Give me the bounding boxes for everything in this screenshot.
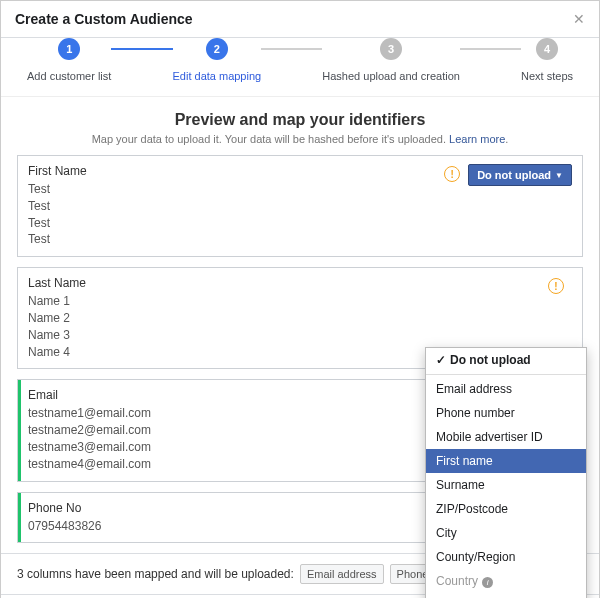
step-1-circle: 1 (58, 38, 80, 60)
dropdown-item-email[interactable]: Email address (426, 377, 586, 401)
card-content: First Name Test Test Test Test (18, 156, 434, 256)
close-icon[interactable]: ✕ (573, 11, 585, 27)
section-title: Preview and map your identifiers (17, 111, 583, 129)
modal-header: Create a Custom Audience ✕ (1, 1, 599, 38)
sample-value: Name 3 (28, 327, 528, 344)
dropdown-item-do-not-upload[interactable]: Do not upload (426, 348, 586, 372)
section-subtitle: Map your data to upload it. Your data wi… (17, 133, 583, 145)
connector-1-2 (111, 48, 172, 50)
stepper: 1 Add customer list 2 Edit data mapping … (1, 38, 599, 97)
connector-3-4 (460, 48, 521, 50)
learn-more-link[interactable]: Learn more (449, 133, 505, 145)
dropdown-item-dob[interactable]: Date of birth (426, 593, 586, 598)
summary-text: 3 columns have been mapped and will be u… (17, 567, 294, 581)
sample-value: Test (28, 231, 424, 248)
modal: Create a Custom Audience ✕ 1 Add custome… (0, 0, 600, 598)
step-1-label: Add customer list (27, 70, 111, 82)
step-2-label: Edit data mapping (173, 70, 262, 82)
warning-icon: ! (444, 166, 460, 182)
step-4: 4 Next steps (521, 38, 573, 82)
step-4-circle: 4 (536, 38, 558, 60)
step-3-circle: 3 (380, 38, 402, 60)
step-4-label: Next steps (521, 70, 573, 82)
mapping-dropdown-button[interactable]: Do not upload ▼ (468, 164, 572, 186)
summary-chip-email: Email address (300, 564, 384, 584)
modal-title: Create a Custom Audience (15, 11, 193, 27)
card-actions: ! Do not upload ▼ (434, 156, 582, 256)
step-1[interactable]: 1 Add customer list (27, 38, 111, 82)
dropdown-item-first-name[interactable]: First name (426, 449, 586, 473)
sample-value: Name 2 (28, 310, 528, 327)
connector-2-3 (261, 48, 322, 50)
dropdown-item-country: Countryi (426, 569, 586, 593)
column-name: Last Name (28, 276, 528, 290)
dropdown-item-mobile-advertiser-id[interactable]: Mobile advertiser ID (426, 425, 586, 449)
mapping-dropdown-menu[interactable]: Do not upload Email address Phone number… (425, 347, 587, 598)
step-2[interactable]: 2 Edit data mapping (173, 38, 262, 82)
match-stripe (18, 493, 21, 543)
step-3: 3 Hashed upload and creation (322, 38, 460, 82)
section-heading: Preview and map your identifiers Map you… (1, 97, 599, 155)
dropdown-item-zip[interactable]: ZIP/Postcode (426, 497, 586, 521)
chevron-down-icon: ▼ (555, 171, 563, 180)
warning-icon: ! (548, 278, 564, 294)
dropdown-item-county[interactable]: County/Region (426, 545, 586, 569)
step-2-circle: 2 (206, 38, 228, 60)
mapping-body: First Name Test Test Test Test ! Do not … (1, 155, 599, 543)
match-stripe (18, 380, 21, 480)
info-icon: i (482, 577, 493, 588)
dropdown-divider (426, 374, 586, 375)
dropdown-item-phone[interactable]: Phone number (426, 401, 586, 425)
sample-value: Test (28, 215, 424, 232)
sample-value: Name 1 (28, 293, 528, 310)
mapping-card-first-name: First Name Test Test Test Test ! Do not … (17, 155, 583, 257)
dropdown-item-city[interactable]: City (426, 521, 586, 545)
step-3-label: Hashed upload and creation (322, 70, 460, 82)
column-name: First Name (28, 164, 424, 178)
sample-value: Test (28, 181, 424, 198)
dropdown-item-surname[interactable]: Surname (426, 473, 586, 497)
sample-value: Test (28, 198, 424, 215)
